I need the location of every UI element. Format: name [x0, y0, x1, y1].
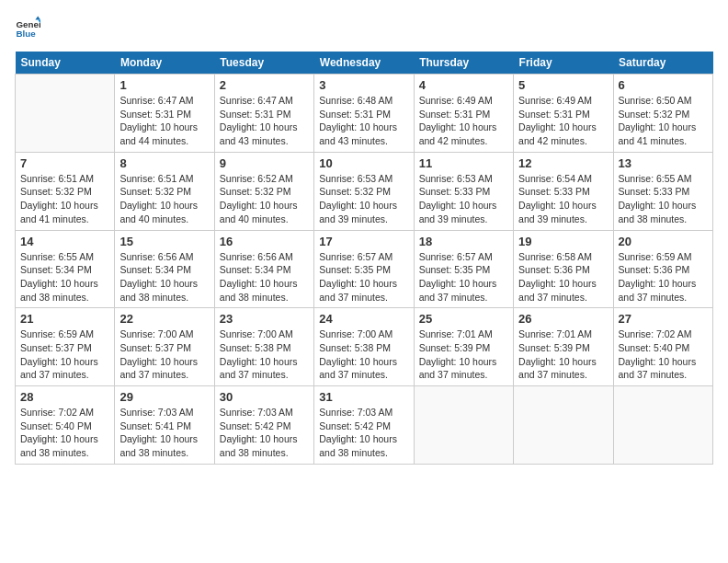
- day-number: 3: [319, 78, 408, 92]
- calendar-cell: 2Sunrise: 6:47 AM Sunset: 5:31 PM Daylig…: [214, 75, 313, 153]
- day-info: Sunrise: 6:48 AM Sunset: 5:31 PM Dayligh…: [319, 94, 408, 148]
- day-number: 6: [619, 78, 708, 92]
- calendar-cell: [16, 75, 115, 153]
- day-number: 19: [518, 235, 608, 248]
- day-info: Sunrise: 7:01 AM Sunset: 5:39 PM Dayligh…: [419, 327, 508, 382]
- weekday-header-sunday: Sunday: [16, 52, 115, 75]
- logo: General Blue: [15, 15, 44, 40]
- day-number: 17: [319, 235, 408, 248]
- day-info: Sunrise: 6:56 AM Sunset: 5:34 PM Dayligh…: [119, 250, 209, 304]
- day-number: 1: [119, 78, 209, 92]
- day-number: 16: [220, 235, 309, 248]
- day-number: 29: [119, 390, 209, 404]
- day-info: Sunrise: 7:03 AM Sunset: 5:42 PM Dayligh…: [319, 406, 408, 460]
- calendar-cell: 10Sunrise: 6:53 AM Sunset: 5:32 PM Dayli…: [314, 152, 414, 230]
- day-number: 22: [119, 312, 209, 326]
- calendar-cell: 4Sunrise: 6:49 AM Sunset: 5:31 PM Daylig…: [414, 75, 513, 153]
- day-info: Sunrise: 7:01 AM Sunset: 5:39 PM Dayligh…: [518, 327, 608, 382]
- week-row-5: 28Sunrise: 7:02 AM Sunset: 5:40 PM Dayli…: [16, 386, 713, 465]
- calendar-cell: 30Sunrise: 7:03 AM Sunset: 5:42 PM Dayli…: [214, 386, 313, 465]
- day-info: Sunrise: 6:59 AM Sunset: 5:36 PM Dayligh…: [619, 250, 708, 304]
- day-info: Sunrise: 6:53 AM Sunset: 5:32 PM Dayligh…: [319, 172, 408, 226]
- calendar-cell: 3Sunrise: 6:48 AM Sunset: 5:31 PM Daylig…: [314, 75, 414, 153]
- calendar-cell: 28Sunrise: 7:02 AM Sunset: 5:40 PM Dayli…: [16, 386, 115, 465]
- day-number: 8: [119, 156, 209, 170]
- calendar-cell: 14Sunrise: 6:55 AM Sunset: 5:34 PM Dayli…: [16, 230, 115, 308]
- day-info: Sunrise: 6:52 AM Sunset: 5:32 PM Dayligh…: [220, 172, 309, 226]
- day-info: Sunrise: 7:03 AM Sunset: 5:41 PM Dayligh…: [119, 406, 209, 460]
- day-info: Sunrise: 6:53 AM Sunset: 5:33 PM Dayligh…: [419, 172, 508, 226]
- calendar-cell: 9Sunrise: 6:52 AM Sunset: 5:32 PM Daylig…: [214, 152, 313, 230]
- day-number: 30: [220, 390, 309, 404]
- day-info: Sunrise: 7:00 AM Sunset: 5:38 PM Dayligh…: [220, 327, 309, 382]
- day-number: 20: [619, 235, 708, 248]
- calendar-cell: 31Sunrise: 7:03 AM Sunset: 5:42 PM Dayli…: [314, 386, 414, 465]
- day-info: Sunrise: 6:51 AM Sunset: 5:32 PM Dayligh…: [20, 172, 109, 226]
- day-number: 15: [119, 235, 209, 248]
- day-info: Sunrise: 6:49 AM Sunset: 5:31 PM Dayligh…: [419, 94, 508, 148]
- day-number: 28: [20, 390, 109, 404]
- day-info: Sunrise: 6:47 AM Sunset: 5:31 PM Dayligh…: [220, 94, 309, 148]
- weekday-header-friday: Friday: [514, 52, 613, 75]
- week-row-2: 7Sunrise: 6:51 AM Sunset: 5:32 PM Daylig…: [16, 152, 713, 230]
- day-number: 4: [419, 78, 508, 92]
- weekday-header-tuesday: Tuesday: [214, 52, 313, 75]
- weekday-header-row: SundayMondayTuesdayWednesdayThursdayFrid…: [16, 52, 713, 75]
- calendar-cell: 21Sunrise: 6:59 AM Sunset: 5:37 PM Dayli…: [16, 308, 115, 386]
- day-info: Sunrise: 6:58 AM Sunset: 5:36 PM Dayligh…: [518, 250, 608, 304]
- weekday-header-wednesday: Wednesday: [314, 52, 414, 75]
- calendar-cell: 20Sunrise: 6:59 AM Sunset: 5:36 PM Dayli…: [613, 230, 712, 308]
- day-info: Sunrise: 7:00 AM Sunset: 5:38 PM Dayligh…: [319, 327, 408, 382]
- day-number: 31: [319, 390, 408, 404]
- calendar-cell: 5Sunrise: 6:49 AM Sunset: 5:31 PM Daylig…: [514, 75, 613, 153]
- calendar-cell: [414, 386, 513, 465]
- weekday-header-saturday: Saturday: [613, 52, 712, 75]
- day-number: 11: [419, 156, 508, 170]
- week-row-1: 1Sunrise: 6:47 AM Sunset: 5:31 PM Daylig…: [16, 75, 713, 153]
- calendar-cell: 19Sunrise: 6:58 AM Sunset: 5:36 PM Dayli…: [514, 230, 613, 308]
- calendar-cell: 11Sunrise: 6:53 AM Sunset: 5:33 PM Dayli…: [414, 152, 513, 230]
- calendar-cell: 18Sunrise: 6:57 AM Sunset: 5:35 PM Dayli…: [414, 230, 513, 308]
- calendar-cell: 23Sunrise: 7:00 AM Sunset: 5:38 PM Dayli…: [214, 308, 313, 386]
- svg-text:Blue: Blue: [16, 29, 36, 39]
- week-row-4: 21Sunrise: 6:59 AM Sunset: 5:37 PM Dayli…: [16, 308, 713, 386]
- calendar-cell: 26Sunrise: 7:01 AM Sunset: 5:39 PM Dayli…: [514, 308, 613, 386]
- day-info: Sunrise: 6:49 AM Sunset: 5:31 PM Dayligh…: [518, 94, 608, 148]
- day-number: 27: [619, 312, 708, 326]
- calendar-cell: 8Sunrise: 6:51 AM Sunset: 5:32 PM Daylig…: [115, 152, 214, 230]
- calendar-cell: 24Sunrise: 7:00 AM Sunset: 5:38 PM Dayli…: [314, 308, 414, 386]
- calendar-cell: 22Sunrise: 7:00 AM Sunset: 5:37 PM Dayli…: [115, 308, 214, 386]
- day-info: Sunrise: 7:00 AM Sunset: 5:37 PM Dayligh…: [119, 327, 209, 382]
- day-number: 24: [319, 312, 408, 326]
- logo-icon: General Blue: [15, 15, 40, 40]
- calendar-cell: 6Sunrise: 6:50 AM Sunset: 5:32 PM Daylig…: [613, 75, 712, 153]
- day-number: 5: [518, 78, 608, 92]
- day-info: Sunrise: 6:47 AM Sunset: 5:31 PM Dayligh…: [119, 94, 209, 148]
- day-number: 21: [20, 312, 109, 326]
- weekday-header-thursday: Thursday: [414, 52, 513, 75]
- calendar-cell: 17Sunrise: 6:57 AM Sunset: 5:35 PM Dayli…: [314, 230, 414, 308]
- day-number: 10: [319, 156, 408, 170]
- day-number: 2: [220, 78, 309, 92]
- calendar-cell: 25Sunrise: 7:01 AM Sunset: 5:39 PM Dayli…: [414, 308, 513, 386]
- calendar-cell: [514, 386, 613, 465]
- day-info: Sunrise: 6:57 AM Sunset: 5:35 PM Dayligh…: [319, 250, 408, 304]
- calendar-cell: 16Sunrise: 6:56 AM Sunset: 5:34 PM Dayli…: [214, 230, 313, 308]
- day-number: 23: [220, 312, 309, 326]
- calendar-cell: 12Sunrise: 6:54 AM Sunset: 5:33 PM Dayli…: [514, 152, 613, 230]
- calendar-cell: 7Sunrise: 6:51 AM Sunset: 5:32 PM Daylig…: [16, 152, 115, 230]
- day-number: 25: [419, 312, 508, 326]
- day-number: 12: [518, 156, 608, 170]
- day-info: Sunrise: 6:59 AM Sunset: 5:37 PM Dayligh…: [20, 327, 109, 382]
- day-info: Sunrise: 6:55 AM Sunset: 5:34 PM Dayligh…: [20, 250, 109, 304]
- svg-marker-2: [35, 16, 40, 19]
- day-info: Sunrise: 6:56 AM Sunset: 5:34 PM Dayligh…: [220, 250, 309, 304]
- day-number: 18: [419, 235, 508, 248]
- calendar-cell: 29Sunrise: 7:03 AM Sunset: 5:41 PM Dayli…: [115, 386, 214, 465]
- day-info: Sunrise: 6:57 AM Sunset: 5:35 PM Dayligh…: [419, 250, 508, 304]
- day-info: Sunrise: 7:02 AM Sunset: 5:40 PM Dayligh…: [20, 406, 109, 460]
- day-number: 13: [619, 156, 708, 170]
- calendar-cell: 1Sunrise: 6:47 AM Sunset: 5:31 PM Daylig…: [115, 75, 214, 153]
- day-number: 14: [20, 235, 109, 248]
- calendar-table: SundayMondayTuesdayWednesdayThursdayFrid…: [15, 52, 713, 465]
